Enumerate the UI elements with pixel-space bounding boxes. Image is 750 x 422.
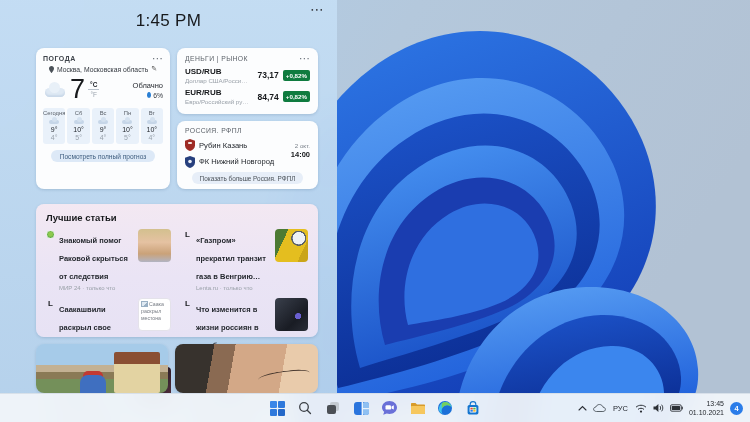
wifi-icon [635,404,647,413]
sports-widget[interactable]: РОССИЯ. РФПЛ Рубин Казань ФК Нижний Новг… [177,121,318,189]
cloudy-icon [147,118,157,124]
forecast-day[interactable]: Пн 10° 5° [116,108,138,144]
forecast-day[interactable]: Сб 10° 5° [67,108,89,144]
lenta-icon: L [46,299,55,308]
battery-button[interactable] [670,404,683,412]
news-item[interactable]: L «Газпром» прекратил транзит газа в Вен… [183,229,308,291]
news-widget: Лучшие статьи Знакомый помог Раковой скр… [36,204,318,337]
forecast-day[interactable]: Сегодня 9° 4° [43,108,65,144]
unit-celsius-toggle[interactable]: °C [88,81,99,90]
onedrive-button[interactable] [593,404,606,412]
store-icon [466,401,480,415]
broken-image-placeholder: Саака раскрыл местона [138,298,171,331]
nizhny-novgorod-logo [185,156,195,168]
cloudy-icon [49,118,59,124]
unit-fahrenheit-toggle[interactable]: °F [90,90,97,98]
news-thumbnail [275,229,308,262]
full-forecast-link[interactable]: Посмотреть полный прогноз [51,150,156,162]
edge-icon [438,401,452,415]
panel-clock: 1:45 PM [0,11,337,31]
location-pin-icon [49,66,54,73]
task-view-button[interactable] [324,399,342,417]
tray-time: 13:45 [689,399,724,408]
rubin-kazan-logo [185,139,195,151]
show-hidden-icons-button[interactable] [578,405,587,411]
desktop: 1:45 PM ⋯ ПОГОДА ⋯ Москва, Московская об… [0,0,750,422]
start-button[interactable] [268,399,286,417]
news-item[interactable]: Знакомый помог Раковой скрыться от следс… [46,229,171,291]
cloudy-icon [122,118,132,124]
broken-image-icon [141,301,148,307]
news-section-title: Лучшие статьи [46,212,308,223]
volume-button[interactable] [653,403,664,413]
chevron-up-icon [578,405,587,411]
battery-icon [670,404,683,412]
chat-button[interactable] [380,399,398,417]
match-date: 2 окт. [291,142,310,149]
news-thumbnail [138,229,171,262]
windows-logo-icon [270,401,285,416]
news-thumbnail [275,298,308,331]
lenta-icon: L [183,230,192,239]
currency-row-usd[interactable]: USD/RUB Доллар США/Росси… 73,17 +0,82% [185,67,310,84]
notification-badge[interactable]: 4 [730,402,743,415]
wifi-button[interactable] [635,404,647,413]
match-time: 14:00 [291,150,310,159]
current-temperature: 7 [70,76,85,103]
lenta-icon: L [183,299,192,308]
file-explorer-button[interactable] [408,399,426,417]
clock-button[interactable]: 13:45 01.10.2021 [689,399,724,417]
language-indicator[interactable]: РУС [612,404,629,413]
speaker-icon [653,403,664,413]
edge-button[interactable] [436,399,454,417]
tray-date: 01.10.2021 [689,408,724,417]
mir24-icon [46,230,55,239]
taskbar: РУС [0,393,750,422]
weather-location: Москва, Московская область [57,66,148,73]
forecast-day[interactable]: Вс 9° 4° [92,108,114,144]
file-explorer-icon [410,402,425,415]
widgets-button[interactable] [352,399,370,417]
finance-widget[interactable]: ДЕНЬГИ | РЫНОК ⋯ USD/RUB Доллар США/Росс… [177,48,318,114]
chat-icon [382,401,397,415]
forecast-row: Сегодня 9° 4° Сб 10° 5° Вс 9° 4° [43,108,163,144]
change-badge: +0,82% [283,70,310,81]
task-view-icon [326,401,340,415]
cloudy-icon [98,118,108,124]
cloudy-icon [43,82,67,98]
weather-condition: Облачно [133,81,163,90]
onedrive-cloud-icon [593,404,606,412]
widgets-icon [354,402,369,415]
weather-title: ПОГОДА [43,55,76,62]
show-more-sports-link[interactable]: Показать больше Россия. РФПЛ [192,172,304,184]
edit-location-icon[interactable]: ✎ [151,65,157,73]
precipitation-icon [147,92,151,98]
panel-menu-button[interactable]: ⋯ [310,1,324,17]
precipitation-value: 6% [153,92,163,99]
cloudy-icon [74,118,84,124]
widgets-panel: 1:45 PM ⋯ ПОГОДА ⋯ Москва, Московская об… [0,0,337,393]
finance-menu-button[interactable]: ⋯ [299,54,310,62]
sports-title: РОССИЯ. РФПЛ [185,127,310,134]
weather-menu-button[interactable]: ⋯ [152,54,163,62]
search-button[interactable] [296,399,314,417]
finance-title: ДЕНЬГИ | РЫНОК [185,55,248,62]
news-photo-card[interactable] [175,344,318,393]
news-photo-card[interactable] [36,344,168,393]
search-icon [298,401,312,415]
weather-widget[interactable]: ПОГОДА ⋯ Москва, Московская область ✎ 7 … [36,48,170,189]
forecast-day[interactable]: Вт 10° 4° [141,108,163,144]
currency-row-eur[interactable]: EUR/RUB Евро/Российский ру… 84,74 +0,82% [185,88,310,105]
store-button[interactable] [464,399,482,417]
change-badge: +0,82% [283,91,310,102]
